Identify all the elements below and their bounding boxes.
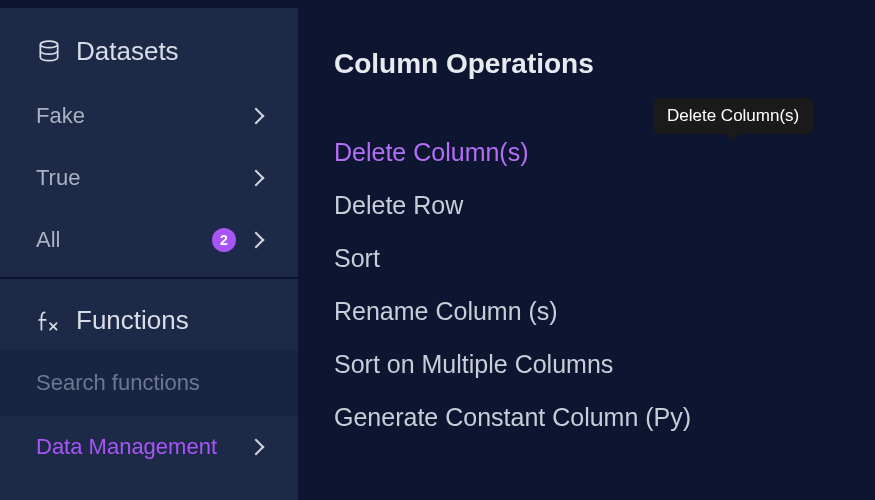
sidebar-item-label: All [36, 227, 60, 253]
search-placeholder: Search functions [36, 370, 200, 395]
sidebar: Datasets Fake True All 2 [0, 8, 298, 500]
chevron-right-icon [248, 232, 265, 249]
fx-icon [36, 308, 62, 334]
op-delete-row[interactable]: Delete Row [334, 191, 839, 220]
sidebar-item-label: Data Management [36, 434, 217, 460]
op-generate-constant[interactable]: Generate Constant Column (Py) [334, 403, 839, 432]
chevron-right-icon [248, 439, 265, 456]
tooltip-text: Delete Column(s) [667, 106, 799, 125]
svg-point-0 [40, 41, 57, 48]
op-rename-column[interactable]: Rename Column (s) [334, 297, 839, 326]
op-delete-columns[interactable]: Delete Column(s) [334, 138, 839, 167]
functions-title: Functions [76, 305, 189, 336]
topbar [0, 0, 875, 8]
operations-list: Delete Column(s) Delete Row Sort Rename … [334, 138, 839, 432]
count-badge: 2 [212, 228, 236, 252]
op-sort-multiple[interactable]: Sort on Multiple Columns [334, 350, 839, 379]
main-panel: Column Operations Delete Column(s) Delet… [298, 8, 875, 500]
chevron-right-icon [248, 170, 265, 187]
op-sort[interactable]: Sort [334, 244, 839, 273]
sidebar-item-fake[interactable]: Fake [0, 85, 298, 147]
sidebar-item-label: Fake [36, 103, 85, 129]
functions-section-header: Functions [0, 279, 298, 350]
sidebar-item-all[interactable]: All 2 [0, 209, 298, 271]
page-title: Column Operations [334, 48, 839, 80]
sidebar-item-label: True [36, 165, 80, 191]
sidebar-item-data-management[interactable]: Data Management [0, 416, 298, 478]
chevron-right-icon [248, 108, 265, 125]
search-input[interactable]: Search functions [0, 350, 298, 416]
tooltip: Delete Column(s) [653, 98, 813, 134]
datasets-section-header: Datasets [0, 8, 298, 85]
datasets-title: Datasets [76, 36, 179, 67]
sidebar-item-true[interactable]: True [0, 147, 298, 209]
database-icon [36, 39, 62, 65]
